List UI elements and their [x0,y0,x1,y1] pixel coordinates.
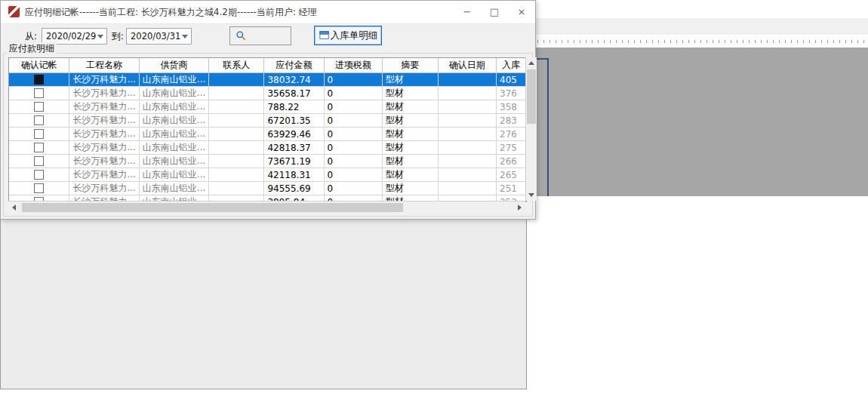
cell [438,128,496,141]
checkbox[interactable] [34,143,44,152]
cell: 0 [324,87,382,100]
minimize-button[interactable]: − [454,1,481,23]
confirm-checkbox-cell[interactable] [9,168,69,182]
cell: 长沙万科魅力... [69,128,139,141]
from-date-value: 2020/02/29 [46,31,96,42]
cell: 265 [497,168,526,182]
cell: 42818.37 [264,141,324,155]
scroll-up-icon[interactable] [528,61,534,65]
cell [438,141,496,155]
vertical-scrollbar[interactable] [525,57,537,201]
scroll-right-icon[interactable] [518,204,522,211]
table-row[interactable]: 长沙万科魅力...山东南山铝业...63929.460型材276 [9,128,526,141]
scroll-left-icon[interactable] [12,204,16,211]
cell: 94555.69 [264,182,324,195]
cell [209,73,264,87]
table-row[interactable]: 长沙万科魅力...山东南山铝业...35658.170型材376 [9,87,526,100]
confirm-checkbox-cell[interactable] [9,100,69,114]
cell: 山东南山铝业... [139,182,208,195]
cell: 38032.74 [264,73,324,87]
cell: 型材 [382,141,438,155]
cell [438,114,496,128]
checkbox[interactable] [34,88,44,98]
table-row[interactable]: 长沙万科魅力...山东南山铝业...42118.310型材265 [9,168,526,182]
checkbox[interactable] [34,115,44,125]
column-header[interactable]: 入库 [497,58,526,73]
confirm-checkbox-cell[interactable] [9,73,69,87]
horizontal-scrollbar[interactable] [8,201,525,214]
table-row[interactable]: 长沙万科魅力...山东南山铝业...73671.190型材266 [9,155,526,168]
column-header[interactable]: 工程名称 [69,58,139,73]
cell: 0 [324,128,382,141]
column-header[interactable]: 联系人 [209,58,264,73]
checkbox[interactable] [34,170,44,180]
cell: 长沙万科魅力... [69,141,139,155]
confirm-checkbox-cell[interactable] [9,87,69,100]
table-row[interactable]: 长沙万科魅力...山东南山铝业...42818.370型材275 [9,141,526,155]
column-header[interactable]: 摘要 [382,58,438,73]
column-header[interactable]: 进项税额 [324,58,382,73]
checkbox[interactable] [34,183,44,193]
table-row[interactable]: 长沙万科魅力...山东南山铝业...67201.350型材283 [9,114,526,128]
table-row[interactable]: 长沙万科魅力...山东南山铝业...38032.740型材405 [9,73,526,87]
cell: 405 [497,73,526,87]
cell: 型材 [382,182,438,195]
cell [209,141,264,155]
scrollbar-thumb[interactable] [22,203,403,212]
confirm-checkbox-cell[interactable] [9,114,69,128]
checkbox[interactable] [34,156,44,166]
to-date-value: 2020/03/31 [131,31,180,42]
window-title: 应付明细记帐------当前工程: 长沙万科魅力之城4.2期------当前用户… [25,1,317,23]
scrollbar-thumb[interactable] [527,69,536,124]
cell: 0 [324,155,382,168]
payables-grid-viewport: 确认记帐工程名称供货商联系人应付金额进项税额摘要确认日期入库长沙万科魅力...山… [8,57,527,202]
cell: 型材 [382,168,438,182]
to-date-select[interactable]: 2020/03/31 [126,28,192,45]
chevron-down-icon [182,35,188,38]
maximize-button[interactable]: □ [481,1,508,23]
confirm-checkbox-cell[interactable] [9,182,69,195]
cell: 0 [324,182,382,195]
cell: 0 [324,141,382,155]
chevron-down-icon [97,35,103,38]
close-button[interactable]: × [508,1,535,23]
cell: 63929.46 [264,128,324,141]
cell: 0 [324,73,382,87]
cell: 0 [324,168,382,182]
titlebar[interactable]: 应付明细记帐------当前工程: 长沙万科魅力之城4.2期------当前用户… [1,1,535,24]
table-row[interactable]: 长沙万科魅力...山东南山铝业...788.220型材358 [9,100,526,114]
screen: 合同价款签订日期验收日期 计划流水号 应付明细记帐------当前工程: 长沙万… [0,0,868,409]
cell [209,100,264,114]
cell: 358 [497,100,526,114]
cell: 山东南山铝业... [139,155,208,168]
cell: 42118.31 [264,168,324,182]
cell: 长沙万科魅力... [69,182,139,195]
scroll-down-icon[interactable] [528,193,534,197]
column-header[interactable]: 供货商 [139,58,208,73]
inbound-detail-button[interactable]: 入库单明细 [314,26,382,45]
column-header[interactable]: 确认记帐 [9,58,69,73]
cell: 266 [497,155,526,168]
cell [209,87,264,100]
column-header[interactable]: 确认日期 [438,58,496,73]
cell: 788.22 [264,100,324,114]
checkbox[interactable] [34,75,44,85]
confirm-checkbox-cell[interactable] [9,128,69,141]
query-button[interactable]: 查 询 [229,26,291,45]
confirm-checkbox-cell[interactable] [9,141,69,155]
cell: 长沙万科魅力... [69,87,139,100]
cell: 长沙万科魅力... [69,100,139,114]
cell: 251 [497,182,526,195]
report-print-window: 报表打印 − □ × X A [0,192,527,389]
column-header[interactable]: 应付金额 [264,58,324,73]
cell: 283 [497,114,526,128]
checkbox[interactable] [34,129,44,139]
cell: 山东南山铝业... [139,141,208,155]
checkbox[interactable] [34,102,44,112]
cell: 67201.35 [264,114,324,128]
search-icon [235,30,247,42]
cell [209,128,264,141]
cell: 型材 [382,114,438,128]
confirm-checkbox-cell[interactable] [9,155,69,168]
table-row[interactable]: 长沙万科魅力...山东南山铝业...94555.690型材251 [9,182,526,195]
